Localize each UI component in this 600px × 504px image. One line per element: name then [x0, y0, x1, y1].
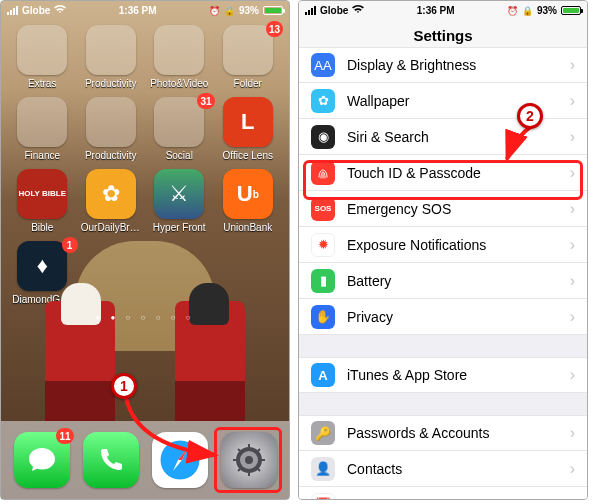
orientation-lock-icon: 🔒: [522, 6, 533, 16]
appstore-icon: A: [311, 363, 335, 387]
calendar-icon: 📅: [311, 493, 335, 501]
privacy-icon: ✋: [311, 305, 335, 329]
folder-extras[interactable]: Extras: [11, 25, 74, 89]
dock-phone[interactable]: [83, 432, 139, 488]
dock-settings[interactable]: [221, 432, 277, 488]
settings-screen: Globe 1:36 PM ⏰ 🔒 93% Settings AADisplay…: [298, 0, 588, 500]
chevron-right-icon: ›: [570, 308, 575, 326]
alarm-icon: ⏰: [507, 6, 518, 16]
settings-list-2: AiTunes & App Store›: [299, 357, 587, 393]
row-calendar[interactable]: 📅Calendar›: [299, 487, 587, 500]
battery-pct: 93%: [239, 5, 259, 16]
svg-point-4: [245, 456, 253, 464]
contacts-icon: 👤: [311, 457, 335, 481]
row-privacy[interactable]: ✋Privacy›: [299, 299, 587, 335]
app-unionbank[interactable]: UbUnionBank: [217, 169, 280, 233]
settings-list-3: 🔑Passwords & Accounts› 👤Contacts› 📅Calen…: [299, 415, 587, 500]
chevron-right-icon: ›: [570, 366, 575, 384]
wifi-icon: [352, 5, 364, 16]
touchid-icon: [311, 161, 335, 185]
key-icon: 🔑: [311, 421, 335, 445]
svg-line-12: [257, 449, 260, 452]
row-exposure[interactable]: ✹Exposure Notifications›: [299, 227, 587, 263]
app-hyperfront[interactable]: ⚔Hyper Front: [148, 169, 211, 233]
svg-line-11: [238, 468, 241, 471]
carrier-label: Globe: [320, 5, 348, 16]
row-itunes[interactable]: AiTunes & App Store›: [299, 357, 587, 393]
app-ourdailybread[interactable]: ✿OurDailyBread: [80, 169, 143, 233]
chevron-right-icon: ›: [570, 236, 575, 254]
clock: 1:36 PM: [119, 5, 157, 16]
separator: [299, 335, 587, 357]
dock-messages[interactable]: 11: [14, 432, 70, 488]
app-office-lens[interactable]: LOffice Lens: [217, 97, 280, 161]
folder-finance[interactable]: Finance: [11, 97, 74, 161]
chevron-right-icon: ›: [570, 56, 575, 74]
chevron-right-icon: ›: [570, 496, 575, 501]
chevron-right-icon: ›: [570, 424, 575, 442]
wallpaper-icon: ✿: [311, 89, 335, 113]
battery-row-icon: ▮: [311, 269, 335, 293]
siri-icon: ◉: [311, 125, 335, 149]
chevron-right-icon: ›: [570, 164, 575, 182]
folder-social[interactable]: 31Social: [148, 97, 211, 161]
dock: 11: [1, 421, 289, 499]
row-touchid[interactable]: Touch ID & Passcode›: [299, 155, 587, 191]
app-diamondgame[interactable]: ♦1DiamondGame: [11, 241, 74, 305]
home-screen: Globe 1:36 PM ⏰ 🔒 93% Extras Productivit…: [0, 0, 290, 500]
chevron-right-icon: ›: [570, 460, 575, 478]
status-bar: Globe 1:36 PM ⏰ 🔒 93%: [1, 1, 289, 19]
chevron-right-icon: ›: [570, 272, 575, 290]
step-marker-2: 2: [517, 103, 543, 129]
step-marker-1: 1: [111, 373, 137, 399]
status-bar: Globe 1:36 PM ⏰ 🔒 93%: [299, 1, 587, 19]
settings-list: AADisplay & Brightness› ✿Wallpaper› ◉Sir…: [299, 47, 587, 335]
exposure-icon: ✹: [311, 233, 335, 257]
folder-productivity[interactable]: Productivity: [80, 25, 143, 89]
battery-icon: [561, 6, 581, 15]
svg-line-10: [257, 468, 260, 471]
row-display-brightness[interactable]: AADisplay & Brightness›: [299, 47, 587, 83]
wifi-icon: [54, 5, 66, 16]
alarm-icon: ⏰: [209, 6, 220, 16]
signal-icon: [7, 6, 18, 15]
row-emergency-sos[interactable]: SOSEmergency SOS›: [299, 191, 587, 227]
badge: 1: [62, 237, 78, 253]
chevron-right-icon: ›: [570, 92, 575, 110]
badge: 31: [197, 93, 214, 109]
orientation-lock-icon: 🔒: [224, 6, 235, 16]
row-wallpaper[interactable]: ✿Wallpaper›: [299, 83, 587, 119]
app-grid: Extras Productivity Photo&Video 13Folder…: [1, 19, 289, 311]
row-siri[interactable]: ◉Siri & Search›: [299, 119, 587, 155]
svg-line-9: [238, 449, 241, 452]
battery-icon: [263, 6, 283, 15]
carrier-label: Globe: [22, 5, 50, 16]
row-contacts[interactable]: 👤Contacts›: [299, 451, 587, 487]
display-icon: AA: [311, 53, 335, 77]
battery-pct: 93%: [537, 5, 557, 16]
chevron-right-icon: ›: [570, 200, 575, 218]
page-title: Settings: [413, 27, 472, 44]
sos-icon: SOS: [311, 197, 335, 221]
folder-photo-video[interactable]: Photo&Video: [148, 25, 211, 89]
folder-productivity-2[interactable]: Productivity: [80, 97, 143, 161]
clock: 1:36 PM: [417, 5, 455, 16]
row-battery[interactable]: ▮Battery›: [299, 263, 587, 299]
row-passwords[interactable]: 🔑Passwords & Accounts›: [299, 415, 587, 451]
badge: 11: [56, 428, 73, 444]
folder-misc[interactable]: 13Folder: [217, 25, 280, 89]
badge: 13: [266, 21, 283, 37]
dock-safari[interactable]: [152, 432, 208, 488]
chevron-right-icon: ›: [570, 128, 575, 146]
page-dots[interactable]: ● ● ○ ○ ○ ○ ○: [1, 311, 289, 324]
app-bible[interactable]: HOLY BIBLEBible: [11, 169, 74, 233]
signal-icon: [305, 6, 316, 15]
separator: [299, 393, 587, 415]
